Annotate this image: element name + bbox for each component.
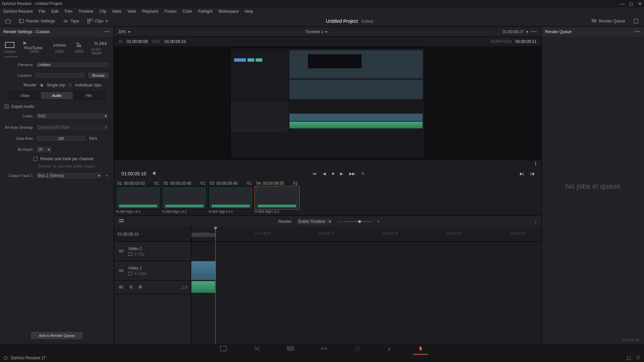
- page-cut[interactable]: [254, 346, 260, 352]
- mute-button[interactable]: [152, 171, 158, 177]
- tab-audio[interactable]: Audio: [41, 92, 73, 99]
- preset-underline: [5, 56, 18, 57]
- render-range-select[interactable]: Entire Timeline▾: [296, 218, 333, 225]
- location-input[interactable]: [34, 72, 85, 79]
- prev-frame-button[interactable]: ◀: [323, 171, 326, 176]
- preset-custom[interactable]: Custom: [4, 42, 15, 54]
- clips-dropdown[interactable]: Clips▾: [85, 18, 110, 24]
- timeline-clip-a1[interactable]: [191, 281, 215, 293]
- codec-select[interactable]: AAC▾: [36, 112, 109, 120]
- home-button[interactable]: [627, 355, 631, 361]
- tab-file[interactable]: File: [73, 92, 105, 99]
- add-output-track-button[interactable]: ＋: [105, 173, 109, 179]
- close-button[interactable]: ✕: [638, 1, 642, 6]
- clip-card[interactable]: 0300:00:05:45V1 H.264 High L4.2: [209, 180, 253, 214]
- track-header-a1[interactable]: A1 S M 2.8: [114, 281, 191, 294]
- panel-menu-button[interactable]: •••: [104, 29, 110, 34]
- menu-trim[interactable]: Trim: [64, 9, 72, 14]
- chevron-down-icon: ▾: [329, 219, 331, 224]
- go-to-out-button[interactable]: |◀: [530, 171, 534, 176]
- viewer-menu-button[interactable]: •••: [531, 29, 537, 34]
- data-rate-label: Data Rate: [5, 136, 33, 140]
- svg-rect-11: [5, 42, 14, 48]
- page-fusion[interactable]: [321, 346, 327, 352]
- stop-button[interactable]: ■: [332, 171, 334, 176]
- clip-card[interactable]: 0200:00:03:45V1 H.264 High L4.2: [162, 180, 207, 214]
- track-header-v2[interactable]: V2 Video 2 0 Clip: [114, 242, 191, 261]
- preset-vimeo[interactable]: vimeo 1080p: [53, 42, 66, 53]
- quick-export-button[interactable]: [3, 18, 13, 24]
- clip-card[interactable]: 0100:00:03:02V1 H.264 High L4.2: [116, 180, 160, 214]
- svg-rect-8: [592, 19, 596, 20]
- tab-video[interactable]: Video: [9, 92, 41, 99]
- svg-rect-9: [592, 21, 596, 22]
- audio-mixer-button[interactable]: ♪: [535, 219, 537, 224]
- go-to-in-button[interactable]: ▶|: [520, 171, 524, 176]
- filename-label: Filename: [5, 63, 33, 67]
- export-audio-checkbox[interactable]: [5, 105, 9, 109]
- viewer-timecode[interactable]: 01:00:08:27: [502, 29, 524, 34]
- solo-button[interactable]: S: [128, 285, 134, 290]
- timeline-name[interactable]: Timeline 1: [305, 29, 324, 34]
- svg-rect-12: [119, 219, 124, 220]
- expand-button[interactable]: [631, 18, 641, 24]
- individual-clips-radio[interactable]: [68, 83, 72, 87]
- clip-card[interactable]: 0400:00:06:55V1 H.264 High L4.2: [255, 180, 299, 214]
- maximize-button[interactable]: ◻: [629, 1, 633, 6]
- menu-mark[interactable]: Mark: [112, 9, 121, 14]
- panel-menu-button[interactable]: •••: [634, 29, 641, 34]
- track-header-v1[interactable]: V1 Video 1 4 Clips: [114, 261, 191, 281]
- page-deliver[interactable]: [417, 346, 424, 352]
- page-fairlight[interactable]: ♪: [388, 346, 390, 352]
- menu-edit[interactable]: Edit: [51, 9, 58, 14]
- zoom-level[interactable]: 30%: [118, 29, 126, 34]
- svg-rect-13: [119, 221, 124, 222]
- play-button[interactable]: ▶: [340, 171, 343, 176]
- viewer[interactable]: [114, 46, 541, 160]
- timeline-view-button[interactable]: [119, 218, 124, 225]
- render-settings-toggle[interactable]: Render Settings: [17, 18, 57, 24]
- zoom-in-button[interactable]: ＋: [376, 219, 380, 224]
- zoom-slider[interactable]: [345, 221, 372, 222]
- preset-twitter[interactable]: 𐦉 1080p: [74, 42, 84, 53]
- chevron-down-icon: ▾: [128, 29, 130, 34]
- zoom-out-button[interactable]: −: [338, 219, 340, 224]
- add-to-render-queue-button[interactable]: Add to Render Queue: [31, 331, 83, 340]
- codec-label: Codec: [5, 114, 33, 118]
- browse-button[interactable]: Browse: [88, 72, 109, 79]
- bit-depth-select[interactable]: 16▾: [36, 146, 52, 153]
- minimize-button[interactable]: —: [620, 1, 625, 6]
- mute-button[interactable]: M: [137, 285, 143, 290]
- project-settings-button[interactable]: [636, 355, 641, 361]
- menu-help[interactable]: Help: [245, 9, 253, 14]
- menu-fusion[interactable]: Fusion: [164, 9, 176, 14]
- loop-button[interactable]: ↻: [361, 171, 365, 176]
- preset-youtube[interactable]: ▶ YouTube 1080p: [23, 42, 45, 53]
- menu-view[interactable]: View: [127, 9, 136, 14]
- playhead[interactable]: [215, 227, 216, 344]
- tape-toggle[interactable]: Tape: [61, 18, 81, 24]
- menu-timeline[interactable]: Timeline: [78, 9, 93, 14]
- page-edit[interactable]: [287, 346, 294, 352]
- menu-file[interactable]: File: [39, 9, 45, 14]
- single-clip-radio[interactable]: [40, 83, 43, 87]
- menu-fairlight[interactable]: Fairlight: [198, 9, 213, 14]
- menu-playback[interactable]: Playback: [142, 9, 158, 14]
- preset-h264[interactable]: H.264 H.264 Master: [92, 40, 110, 55]
- next-frame-button[interactable]: ▶▶: [349, 171, 355, 176]
- data-rate-input[interactable]: [36, 135, 87, 142]
- filename-input[interactable]: [36, 61, 109, 68]
- render-queue-toggle[interactable]: Render Queue: [589, 18, 627, 24]
- page-media[interactable]: [220, 346, 227, 352]
- render-one-track-checkbox[interactable]: [34, 157, 38, 161]
- tracks-area[interactable]: 01:00:00:00 01:01:00:00 01:02:00:00 01:0…: [191, 227, 541, 344]
- menu-clip[interactable]: Clip: [99, 9, 106, 14]
- viewer-scrubbar[interactable]: [119, 160, 537, 167]
- first-frame-button[interactable]: ⏮: [313, 171, 317, 176]
- output-track-select[interactable]: Bus 1 (Stereo)▾: [36, 172, 102, 179]
- menu-workspace[interactable]: Workspace: [219, 9, 239, 14]
- menu-davinci-resolve[interactable]: DaVinci Resolve: [3, 9, 33, 14]
- page-color[interactable]: [354, 346, 361, 352]
- menu-color[interactable]: Color: [182, 9, 192, 14]
- timeline-clip-v1[interactable]: [191, 261, 215, 280]
